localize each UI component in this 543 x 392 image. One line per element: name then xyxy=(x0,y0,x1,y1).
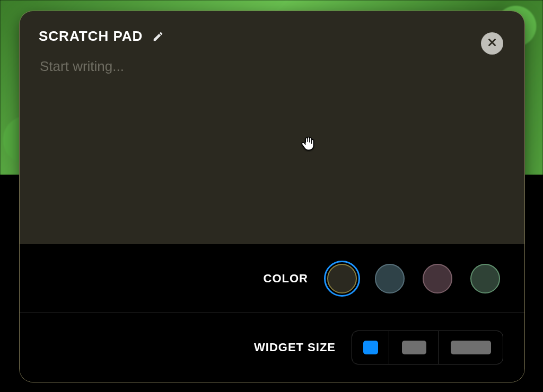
size-row: WIDGET SIZE xyxy=(20,313,524,382)
color-swatch-inner xyxy=(375,264,405,293)
color-swatches xyxy=(324,261,503,297)
size-group xyxy=(352,331,503,364)
color-swatch-mauve[interactable] xyxy=(419,261,456,297)
color-label: COLOR xyxy=(264,272,308,286)
size-block-icon xyxy=(363,341,378,354)
color-swatch-inner xyxy=(423,264,452,293)
size-option-medium[interactable] xyxy=(389,331,439,364)
color-swatch-inner xyxy=(470,264,500,293)
color-swatch-slate[interactable] xyxy=(372,261,408,297)
settings-area: COLOR WIDGET SIZE xyxy=(20,244,524,382)
scratch-pad-textarea[interactable] xyxy=(39,57,507,229)
scratch-pad-title: SCRATCH PAD xyxy=(39,28,143,44)
color-swatch-forest[interactable] xyxy=(467,261,503,297)
scratch-pad-panel: SCRATCH PAD COLOR WIDGET SIZE xyxy=(19,11,525,382)
close-icon xyxy=(486,37,498,50)
color-row: COLOR xyxy=(20,244,524,313)
size-option-small[interactable] xyxy=(352,331,389,364)
color-swatch-inner xyxy=(327,264,357,293)
pencil-icon[interactable] xyxy=(152,31,164,42)
size-block-icon xyxy=(402,341,426,354)
color-swatch-olive[interactable] xyxy=(324,261,360,297)
size-label: WIDGET SIZE xyxy=(254,341,336,354)
close-button[interactable] xyxy=(481,32,503,55)
size-block-icon xyxy=(451,341,491,354)
scratch-pad-area: SCRATCH PAD xyxy=(20,11,524,244)
size-option-large[interactable] xyxy=(439,331,503,364)
scratch-pad-header: SCRATCH PAD xyxy=(39,28,505,44)
